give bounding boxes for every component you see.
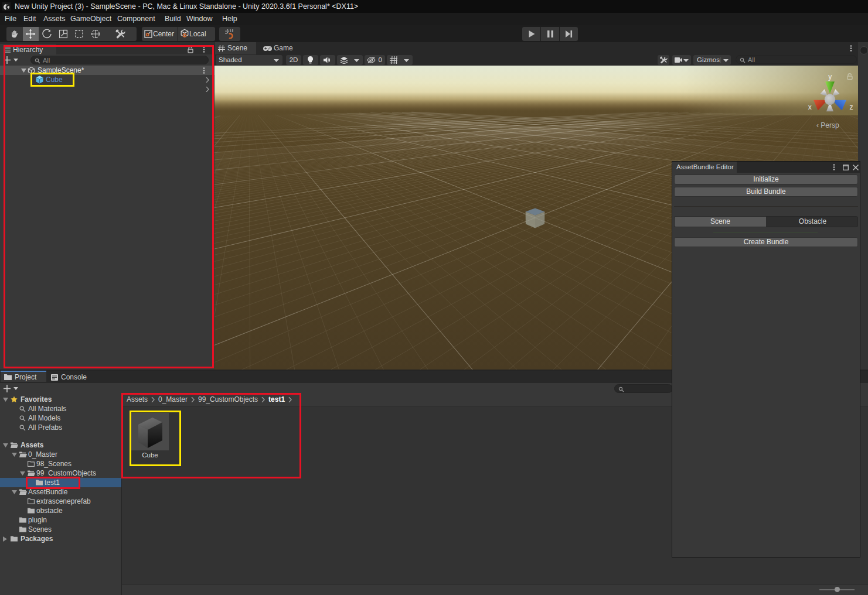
svg-text:‹ Persp: ‹ Persp bbox=[816, 121, 839, 129]
svg-text:x: x bbox=[808, 103, 812, 111]
svg-text:z: z bbox=[849, 103, 853, 111]
svg-text:y: y bbox=[828, 73, 832, 81]
